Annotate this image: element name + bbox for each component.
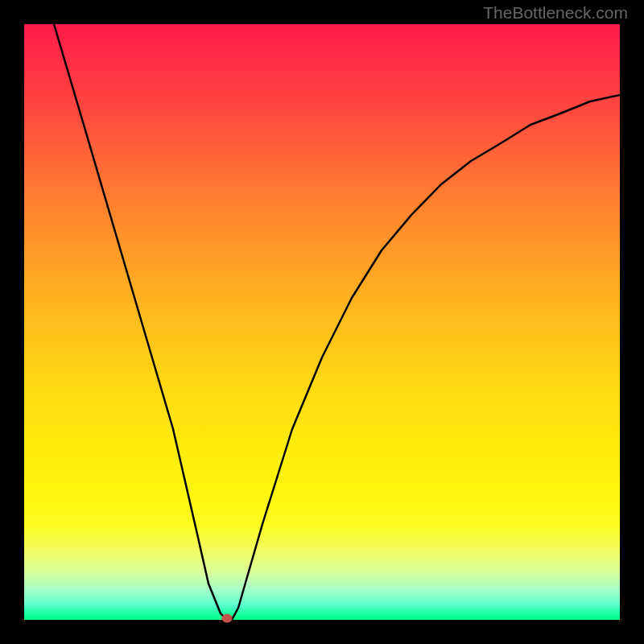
minimum-marker-dot — [222, 614, 233, 623]
chart-frame: TheBottleneck.com — [0, 0, 644, 644]
watermark-text: TheBottleneck.com — [483, 3, 628, 23]
plot-area — [24, 24, 620, 620]
bottleneck-curve-path — [54, 24, 620, 620]
curve-svg — [24, 24, 620, 620]
